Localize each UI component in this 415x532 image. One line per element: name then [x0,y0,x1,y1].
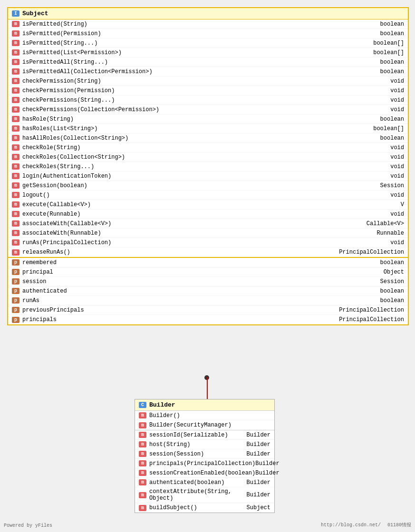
field-row[interactable]: premembered boolean [8,258,408,267]
method-badge: m [12,59,19,65]
footer-url: http://blog.csdn.net/ [321,522,381,528]
method-row[interactable]: mlogout() void [8,190,408,200]
method-row[interactable]: mrunAs(PrincipalCollection) void [8,238,408,247]
method-badge: m [139,422,146,428]
footer-right: http://blog.csdn.net/ 01180情报 [321,522,411,528]
builder-class-box: C Builder mBuilder() mBuilder(SecurityMa… [135,399,275,513]
method-badge: m [139,505,146,511]
method-badge: m [12,220,19,227]
builder-method-row[interactable]: mcontextAttribute(String, Object) Builde… [135,487,274,503]
builder-method-row[interactable]: mprincipals(PrincipalCollection) Builder [135,459,274,468]
method-badge: m [139,441,146,447]
subject-title: Subject [22,10,48,17]
method-badge: m [12,30,19,37]
method-badge: m [12,40,19,46]
field-row[interactable]: prunAs boolean [8,296,408,305]
constructor-row[interactable]: mBuilder() [135,411,274,420]
method-badge: m [12,230,19,236]
builder-constructors-section: mBuilder() mBuilder(SecurityManager) [135,411,274,430]
method-row[interactable]: mcheckPermission(Permission) void [8,86,408,95]
watermark: 01180情报 [387,522,411,528]
method-row[interactable]: mhasRoles(List<String>) boolean[] [8,124,408,133]
method-row[interactable]: mexecute(Runnable) void [8,209,408,219]
builder-title: Builder [149,401,175,408]
method-row[interactable]: misPermitted(List<Permission>) boolean[] [8,48,408,57]
method-badge: m [12,87,19,94]
method-badge: m [12,106,19,113]
constructor-row[interactable]: mBuilder(SecurityManager) [135,420,274,430]
subject-class-box: I Subject misPermitted(String) boolean m… [7,7,409,325]
field-row[interactable]: psession Session [8,277,408,286]
method-row[interactable]: mcheckRole(String) void [8,143,408,152]
method-badge: m [139,432,146,438]
method-row[interactable]: mreleaseRunAs() PrincipalCollection [8,247,408,257]
method-badge: m [12,249,19,256]
method-badge: m [12,49,19,56]
builder-method-row[interactable]: mbuildSubject() Subject [135,503,274,513]
property-badge: p [12,297,19,304]
method-row[interactable]: massociateWith(Callable<V>) Callable<V> [8,219,408,228]
property-badge: p [12,278,19,285]
method-row[interactable]: mcheckPermissions(Collection<Permission>… [8,105,408,114]
method-badge: m [12,78,19,84]
method-row[interactable]: mlogin(AuthenticationToken) void [8,171,408,181]
method-badge: m [139,479,146,485]
method-row[interactable]: misPermitted(String) boolean [8,19,408,29]
field-row[interactable]: pprincipals PrincipalCollection [8,315,408,324]
property-badge: p [12,259,19,266]
method-badge: m [12,154,19,160]
method-row[interactable]: mcheckPermissions(String...) void [8,95,408,105]
method-row[interactable]: mcheckRoles(String...) void [8,162,408,171]
builder-method-row[interactable]: msessionCreationEnabled(boolean) Builder [135,468,274,478]
builder-method-row[interactable]: msessionId(Serializable) Builder [135,430,274,440]
subject-header: I Subject [8,8,408,19]
method-badge: m [12,211,19,217]
field-row[interactable]: pauthenticated boolean [8,286,408,296]
property-badge: p [12,269,19,275]
method-badge: m [139,470,146,476]
method-badge: m [12,21,19,27]
builder-method-row[interactable]: mauthenticated(boolean) Builder [135,478,274,487]
method-badge: m [12,144,19,151]
method-row[interactable]: mhasRole(String) boolean [8,114,408,124]
method-badge: m [12,68,19,75]
property-badge: p [12,288,19,294]
method-badge: m [139,492,146,498]
property-badge: p [12,317,19,323]
fields-section: premembered boolean pprincipal Object ps… [8,258,408,324]
class-badge: C [139,402,146,408]
method-row[interactable]: misPermittedAll(String...) boolean [8,57,408,67]
method-row[interactable]: misPermittedAll(Collection<Permission>) … [8,67,408,76]
builder-header: C Builder [135,399,274,411]
method-row[interactable]: mcheckRoles(Collection<String>) void [8,152,408,162]
method-row[interactable]: mcheckPermission(String) void [8,76,408,86]
method-badge: m [139,460,146,466]
property-badge: p [12,307,19,313]
method-row[interactable]: mexecute(Callable<V>) V [8,200,408,209]
field-row[interactable]: pprincipal Object [8,267,408,277]
method-row[interactable]: misPermitted(Permission) boolean [8,29,408,38]
method-badge: m [12,182,19,189]
method-badge: m [12,239,19,246]
method-badge: m [12,201,19,208]
builder-method-row[interactable]: msession(Session) Builder [135,449,274,459]
method-row[interactable]: mgetSession(boolean) Session [8,181,408,190]
method-badge: m [12,192,19,198]
method-badge: m [12,97,19,103]
methods-section: misPermitted(String) boolean misPermitte… [8,19,408,258]
method-badge: m [139,451,146,457]
method-row[interactable]: massociateWith(Runnable) Runnable [8,228,408,238]
footer-left: Powered by yFiles [4,523,52,528]
method-row[interactable]: mhasAllRoles(Collection<String>) boolean [8,133,408,143]
method-row[interactable]: misPermitted(String...) boolean[] [8,38,408,48]
method-badge: m [12,163,19,170]
method-badge: m [139,412,146,418]
method-badge: m [12,173,19,179]
method-badge: m [12,125,19,132]
field-row[interactable]: ppreviousPrincipals PrincipalCollection [8,305,408,315]
method-badge: m [12,116,19,122]
method-badge: m [12,135,19,141]
builder-methods-section: msessionId(Serializable) Builder mhost(S… [135,430,274,513]
interface-badge: I [12,10,19,17]
builder-method-row[interactable]: mhost(String) Builder [135,440,274,449]
